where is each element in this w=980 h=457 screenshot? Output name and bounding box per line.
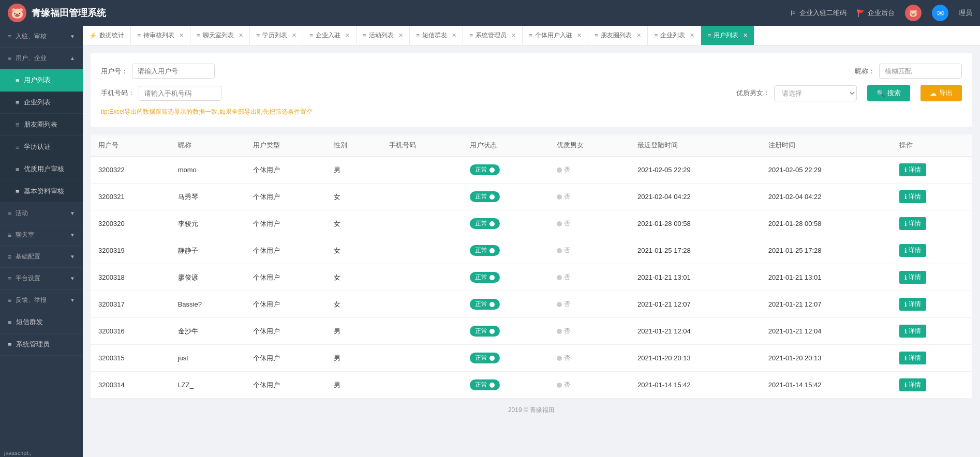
cell-status[interactable]: 正常 — [462, 372, 549, 399]
cell-status[interactable]: 正常 — [462, 157, 549, 184]
phone-input[interactable] — [139, 86, 221, 101]
cell-status[interactable]: 正常 — [462, 210, 549, 237]
detail-button[interactable]: ℹ 详情 — [899, 244, 926, 257]
tab-pending-review[interactable]: ≡ 待审核列表 ✕ — [131, 26, 190, 45]
status-badge[interactable]: 正常 — [470, 353, 500, 363]
cell-gender: 男 — [326, 157, 381, 184]
tab-close-icon[interactable]: ✕ — [511, 32, 516, 39]
tab-education-list[interactable]: ≡ 学历列表 ✕ — [250, 26, 303, 45]
search-form: 用户号： 昵称： 手机号码： 优质男女： 请选择 是 否 — [91, 53, 972, 127]
detail-button[interactable]: ℹ 详情 — [899, 190, 926, 203]
notification-icon[interactable]: ✉ — [932, 5, 948, 21]
sidebar-section-platform-settings[interactable]: ≡ 平台设置 ▼ — [0, 268, 83, 290]
detail-button[interactable]: ℹ 详情 — [899, 325, 926, 338]
tab-sms[interactable]: ≡ 短信群发 ✕ — [410, 26, 463, 45]
nickname-group: 昵称： — [855, 64, 962, 79]
quality-select[interactable]: 请选择 是 否 — [774, 85, 857, 101]
nickname-input[interactable] — [879, 64, 962, 79]
tab-close-icon[interactable]: ✕ — [292, 32, 296, 39]
tab-company-settle[interactable]: ≡ 企业入驻 ✕ — [303, 26, 357, 45]
sidebar-item-admin[interactable]: ≡ 系统管理员 — [0, 333, 83, 356]
tab-close-icon[interactable]: ✕ — [398, 32, 403, 39]
tab-close-icon[interactable]: ✕ — [577, 32, 582, 39]
status-badge[interactable]: 正常 — [470, 245, 500, 256]
tab-chatroom-list[interactable]: ≡ 聊天室列表 ✕ — [190, 26, 250, 45]
sidebar-section-users-companies[interactable]: ≡ 用户、企业 — [0, 48, 83, 69]
quality-dot — [557, 383, 562, 388]
status-badge[interactable]: 正常 — [470, 272, 500, 283]
tab-close-icon[interactable]: ✕ — [636, 32, 641, 39]
quality-dot — [557, 329, 562, 334]
cell-quality[interactable]: 否 — [549, 210, 630, 237]
sidebar-item-quality-review[interactable]: ≡ 优质用户审核 — [0, 158, 83, 180]
tab-activity-list[interactable]: ≡ 活动列表 ✕ — [357, 26, 410, 45]
table-row: 3200321 马秀琴 个休用户 女 正常 否 2021-02-04 04:22… — [91, 184, 972, 210]
quality-badge[interactable]: 否 — [557, 246, 570, 255]
detail-button[interactable]: ℹ 详情 — [899, 378, 926, 391]
sidebar-item-user-list[interactable]: ≡ 用户列表 — [0, 69, 83, 92]
tab-statistics[interactable]: ⚡ 数据统计 — [83, 26, 131, 45]
tab-close-icon[interactable]: ✕ — [239, 32, 243, 39]
status-badge[interactable]: 正常 — [470, 379, 500, 390]
sidebar-item-sms[interactable]: ≡ 短信群发 — [0, 311, 83, 333]
tab-close-icon[interactable]: ✕ — [345, 32, 350, 39]
tab-user-list[interactable]: ≡ 用户列表 ✕ — [701, 26, 754, 45]
quality-badge[interactable]: 否 — [557, 219, 570, 228]
status-badge[interactable]: 正常 — [470, 218, 500, 229]
tab-close-icon[interactable]: ✕ — [452, 32, 456, 39]
user-avatar[interactable]: 🐷 — [905, 5, 922, 21]
cell-status[interactable]: 正常 — [462, 237, 549, 264]
tab-system-admin[interactable]: ≡ 系统管理员 ✕ — [463, 26, 523, 45]
cell-quality[interactable]: 否 — [549, 291, 630, 318]
sidebar-section-activity[interactable]: ≡ 活动 ▼ — [0, 203, 83, 224]
header-right: 🏳 企业入驻二维码 🚩 企业后台 🐷 ✉ 理员 — [790, 5, 972, 21]
user-id-input[interactable] — [132, 64, 215, 79]
quality-badge[interactable]: 否 — [557, 327, 570, 336]
sidebar-item-company-list[interactable]: ≡ 企业列表 — [0, 92, 83, 114]
detail-button[interactable]: ℹ 详情 — [899, 217, 926, 230]
cell-quality[interactable]: 否 — [549, 345, 630, 372]
tab-company-list[interactable]: ≡ 企业列表 ✕ — [648, 26, 701, 45]
sidebar-section-approval[interactable]: ≡ 入驻、审核 ▼ — [0, 26, 83, 48]
tab-moments-list[interactable]: ≡ 朋友圈列表 ✕ — [588, 26, 648, 45]
sidebar-section-feedback[interactable]: ≡ 反馈、举报 ▼ — [0, 290, 83, 311]
quality-badge[interactable]: 否 — [557, 192, 570, 201]
quality-badge[interactable]: 否 — [557, 380, 570, 389]
cell-quality[interactable]: 否 — [549, 372, 630, 399]
detail-button[interactable]: ℹ 详情 — [899, 352, 926, 364]
tab-close-icon[interactable]: ✕ — [179, 32, 184, 39]
detail-button[interactable]: ℹ 详情 — [899, 298, 926, 311]
sidebar-section-chatroom[interactable]: ≡ 聊天室 ▼ — [0, 224, 83, 246]
search-button[interactable]: 🔍 搜索 — [867, 85, 910, 101]
backend-button[interactable]: 🚩 企业后台 — [857, 8, 895, 18]
cell-status[interactable]: 正常 — [462, 318, 549, 345]
cell-quality[interactable]: 否 — [549, 237, 630, 264]
tab-close-icon[interactable]: ✕ — [690, 32, 694, 39]
cell-quality[interactable]: 否 — [549, 184, 630, 210]
sidebar-item-profile-review[interactable]: ≡ 基本资料审核 — [0, 180, 83, 203]
qr-code-button[interactable]: 🏳 企业入驻二维码 — [790, 8, 847, 18]
quality-badge[interactable]: 否 — [557, 273, 570, 282]
quality-badge[interactable]: 否 — [557, 354, 570, 362]
tab-close-icon[interactable]: ✕ — [743, 32, 748, 39]
quality-badge[interactable]: 否 — [557, 165, 570, 174]
tab-individual-settle[interactable]: ≡ 个体用户入驻 ✕ — [523, 26, 588, 45]
sidebar-section-basic-config[interactable]: ≡ 基础配置 ▼ — [0, 246, 83, 268]
status-badge[interactable]: 正常 — [470, 164, 500, 175]
sidebar-item-education[interactable]: ≡ 学历认证 — [0, 136, 83, 158]
detail-button[interactable]: ℹ 详情 — [899, 271, 926, 284]
detail-button[interactable]: ℹ 详情 — [899, 163, 926, 176]
status-badge[interactable]: 正常 — [470, 326, 500, 337]
cell-status[interactable]: 正常 — [462, 345, 549, 372]
cell-status[interactable]: 正常 — [462, 184, 549, 210]
cell-quality[interactable]: 否 — [549, 318, 630, 345]
quality-badge[interactable]: 否 — [557, 300, 570, 309]
export-button[interactable]: ☁ 导出 — [920, 85, 962, 101]
cell-status[interactable]: 正常 — [462, 264, 549, 291]
status-badge[interactable]: 正常 — [470, 191, 500, 202]
cell-quality[interactable]: 否 — [549, 264, 630, 291]
status-badge[interactable]: 正常 — [470, 299, 500, 310]
sidebar-item-moments-list[interactable]: ≡ 朋友圈列表 — [0, 114, 83, 136]
cell-status[interactable]: 正常 — [462, 291, 549, 318]
cell-quality[interactable]: 否 — [549, 157, 630, 184]
